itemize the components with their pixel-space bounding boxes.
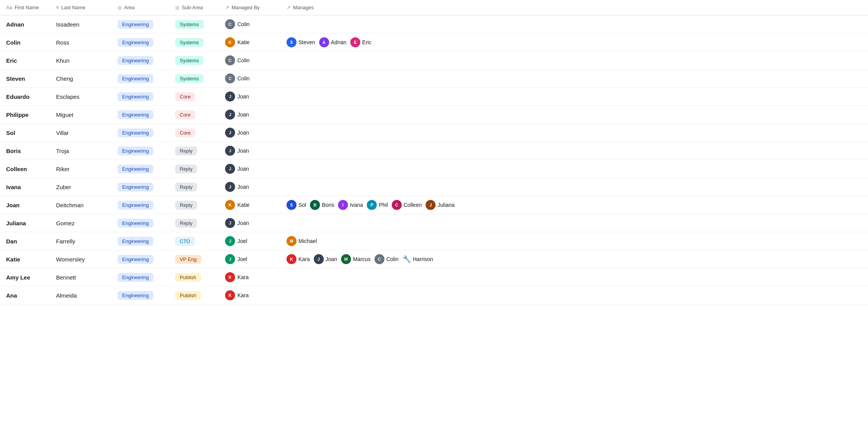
subarea-badge: Systems	[175, 38, 204, 47]
cell-subarea: Reply	[169, 142, 219, 160]
table-row: ColleenRikerEngineeringReplyJJoan	[0, 160, 868, 178]
manages-person: IIvana	[338, 200, 363, 210]
list-icon: ≡	[56, 5, 59, 10]
managedby-icon: ↗	[225, 5, 229, 10]
subarea-badge: Systems	[175, 56, 204, 65]
person-name: Joel	[237, 238, 247, 244]
person-name: Kara	[237, 292, 249, 298]
manages-person-name: Steven	[298, 39, 315, 45]
person-name: Joan	[237, 93, 249, 100]
person-cell: JJoan	[225, 218, 274, 228]
area-badge: Engineering	[118, 291, 153, 300]
person-cell: JJoan	[225, 164, 274, 174]
col-header-subarea[interactable]: ◎ Sub-Area	[169, 0, 219, 15]
person-cell: JJoan	[225, 182, 274, 192]
col-header-firstname[interactable]: Aa First Name	[0, 0, 50, 15]
col-header-area[interactable]: ◎ Area	[111, 0, 169, 15]
cell-lastname: Bennett	[50, 268, 111, 286]
cell-area: Engineering	[111, 196, 169, 214]
cell-managedby: KKatie	[219, 196, 280, 214]
table-row: DanFarrellyEngineeringCTOJJoelMMichael	[0, 232, 868, 250]
cell-managedby: CColin	[219, 52, 280, 70]
cell-subarea: Systems	[169, 52, 219, 70]
cell-managedby: JJoan	[219, 178, 280, 196]
table-row: ColinRossEngineeringSystemsKKatieSSteven…	[0, 33, 868, 52]
table-row: AnaAlmeidaEngineeringPublishKKara	[0, 286, 868, 305]
manages-person-name: Harrison	[413, 256, 433, 262]
cell-manages	[280, 124, 868, 142]
cell-manages	[280, 142, 868, 160]
cell-managedby: KKara	[219, 268, 280, 286]
table-row: EduardoEsclapesEngineeringCoreJJoan	[0, 88, 868, 106]
manages-person: KKara	[287, 254, 310, 264]
manages-person-name: Eric	[362, 39, 371, 45]
col-header-manages[interactable]: ↗ Manages	[280, 0, 868, 15]
cell-managedby: JJoan	[219, 124, 280, 142]
cell-managedby: JJoan	[219, 142, 280, 160]
area-badge: Engineering	[118, 128, 153, 137]
col-header-lastname[interactable]: ≡ Last Name	[50, 0, 111, 15]
person-name: Joan	[237, 130, 249, 136]
manages-list: MMichael	[287, 236, 862, 246]
subarea-badge: Systems	[175, 74, 204, 83]
cell-firstname: Katie	[0, 250, 50, 268]
org-table-container: Aa First Name ≡ Last Name ◎ Area	[0, 0, 868, 305]
avatar: J	[225, 218, 235, 228]
manages-person: MMarcus	[341, 254, 371, 264]
col-header-managedby[interactable]: ↗ Managed By	[219, 0, 280, 15]
cell-lastname: Zuber	[50, 178, 111, 196]
cell-lastname: Ross	[50, 33, 111, 52]
avatar: I	[338, 200, 348, 210]
cell-area: Engineering	[111, 178, 169, 196]
avatar: M	[341, 254, 351, 264]
avatar: K	[225, 37, 235, 47]
cell-manages	[280, 160, 868, 178]
person-name: Joan	[237, 184, 249, 190]
manages-person-name: Sol	[298, 202, 306, 208]
col-label-subarea: Sub-Area	[182, 5, 203, 10]
cell-subarea: Systems	[169, 15, 219, 33]
person-name: Colin	[237, 57, 250, 63]
cell-manages	[280, 15, 868, 33]
manages-person-name: Phil	[379, 202, 388, 208]
person-name: Colin	[237, 21, 250, 27]
cell-managedby: JJoan	[219, 106, 280, 124]
cell-manages	[280, 88, 868, 106]
cell-manages	[280, 214, 868, 232]
cell-area: Engineering	[111, 268, 169, 286]
cell-area: Engineering	[111, 33, 169, 52]
person-name: Katie	[237, 202, 250, 208]
area-badge: Engineering	[118, 92, 153, 101]
area-badge: Engineering	[118, 183, 153, 191]
subarea-badge: Systems	[175, 20, 204, 29]
cell-manages: SStevenAAdnanEEric	[280, 33, 868, 52]
cell-lastname: Issadeen	[50, 15, 111, 33]
cell-area: Engineering	[111, 88, 169, 106]
manages-person: JJoan	[314, 254, 337, 264]
cell-lastname: Farrelly	[50, 232, 111, 250]
cell-area: Engineering	[111, 250, 169, 268]
cell-subarea: Systems	[169, 33, 219, 52]
area-badge: Engineering	[118, 56, 153, 65]
table-row: AdnanIssadeenEngineeringSystemsCColin	[0, 15, 868, 33]
subarea-badge: Publish	[175, 273, 201, 282]
cell-subarea: Reply	[169, 196, 219, 214]
avatar: C	[392, 200, 402, 210]
person-cell: JJoel	[225, 254, 274, 264]
avatar: J	[225, 236, 235, 246]
cell-subarea: VP Eng	[169, 250, 219, 268]
person-cell: KKara	[225, 272, 274, 282]
avatar: K	[225, 200, 235, 210]
cell-managedby: JJoan	[219, 160, 280, 178]
avatar: S	[287, 37, 297, 47]
subarea-icon: ◎	[175, 5, 179, 10]
subarea-badge: Reply	[175, 201, 197, 210]
org-table: Aa First Name ≡ Last Name ◎ Area	[0, 0, 868, 305]
person-cell: JJoan	[225, 92, 274, 102]
subarea-badge: Core	[175, 128, 195, 137]
person-cell: KKatie	[225, 200, 274, 210]
subarea-badge: Reply	[175, 219, 197, 228]
subarea-badge: VP Eng	[175, 255, 201, 264]
cell-subarea: Reply	[169, 214, 219, 232]
person-cell: KKara	[225, 290, 274, 300]
